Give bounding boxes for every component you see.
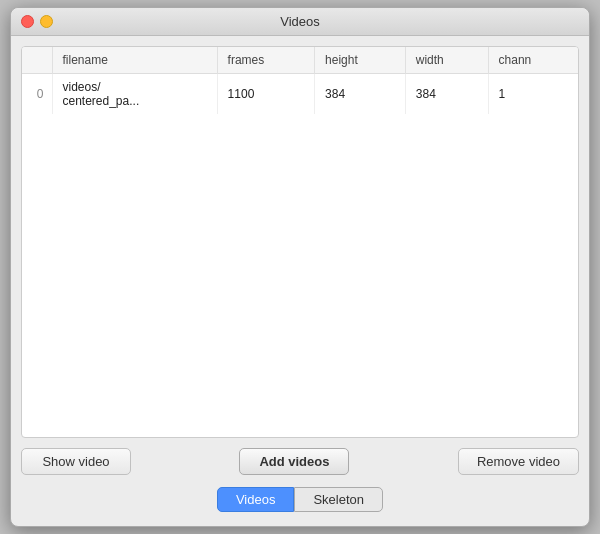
col-index xyxy=(22,47,52,74)
data-table-container: filename frames height width chann 0 vid… xyxy=(21,46,579,438)
col-channels: chann xyxy=(488,47,578,74)
cell-height: 384 xyxy=(315,74,406,115)
main-window: ✕ − Videos filename frames height width … xyxy=(10,7,590,527)
tab-skeleton[interactable]: Skeleton xyxy=(294,487,383,512)
tab-bar: Videos Skeleton xyxy=(21,487,579,516)
col-frames: frames xyxy=(217,47,314,74)
table-row[interactable]: 0 videos/ centered_pa... 1100 384 384 1 xyxy=(22,74,578,115)
close-button[interactable]: ✕ xyxy=(21,15,34,28)
window-content: filename frames height width chann 0 vid… xyxy=(11,36,589,526)
row-index: 0 xyxy=(22,74,52,115)
tab-videos[interactable]: Videos xyxy=(217,487,295,512)
title-bar: ✕ − Videos xyxy=(11,8,589,36)
cell-frames: 1100 xyxy=(217,74,314,115)
cell-width: 384 xyxy=(405,74,488,115)
show-video-button[interactable]: Show video xyxy=(21,448,131,475)
col-filename: filename xyxy=(52,47,217,74)
videos-table: filename frames height width chann 0 vid… xyxy=(22,47,578,114)
col-width: width xyxy=(405,47,488,74)
minimize-button[interactable]: − xyxy=(40,15,53,28)
col-height: height xyxy=(315,47,406,74)
table-header-row: filename frames height width chann xyxy=(22,47,578,74)
window-controls: ✕ − xyxy=(21,15,53,28)
cell-channels: 1 xyxy=(488,74,578,115)
window-title: Videos xyxy=(280,14,320,29)
action-buttons: Show video Add videos Remove video xyxy=(21,448,579,477)
remove-video-button[interactable]: Remove video xyxy=(458,448,579,475)
cell-filename: videos/ centered_pa... xyxy=(52,74,217,115)
add-videos-button[interactable]: Add videos xyxy=(239,448,349,475)
